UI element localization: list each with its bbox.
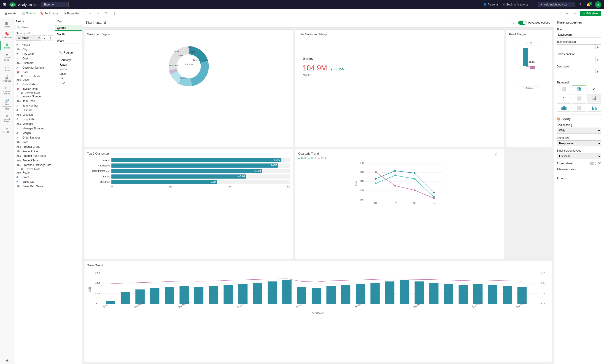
- thumb-pie[interactable]: [572, 85, 586, 93]
- derived-fields[interactable]: ▦Derived fields: [15, 167, 53, 170]
- user-avatar[interactable]: TL: [595, 1, 601, 8]
- field-item[interactable]: #Cost: [15, 56, 53, 61]
- sheets-btn[interactable]: ⬜ Sheets: [20, 11, 36, 16]
- field-item[interactable]: #Latitude: [15, 108, 53, 112]
- field-item[interactable]: AbcManager: [15, 122, 53, 126]
- expand-btn[interactable]: ⤢: [494, 153, 497, 156]
- field-item[interactable]: #Customer Number: [15, 65, 53, 70]
- filter-month[interactable]: Month: [55, 32, 82, 37]
- field-item[interactable]: AbcRegion: [15, 170, 53, 175]
- delete-btn[interactable]: 🗑: [112, 11, 118, 16]
- table-select[interactable]: All tables: [15, 35, 41, 41]
- show-condition-field[interactable]: [557, 57, 595, 62]
- field-item[interactable]: 📅Invoice Date: [15, 87, 53, 91]
- region-spain[interactable]: Spain: [59, 72, 78, 76]
- sheet-size-select[interactable]: Responsive: [557, 140, 601, 146]
- field-item[interactable]: #%KEY: [15, 43, 53, 47]
- region-usa[interactable]: USA: [59, 81, 78, 85]
- derived-fields[interactable]: ▦Derived fields: [15, 91, 53, 94]
- field-item[interactable]: #Margin: [15, 131, 53, 135]
- more-btn[interactable]: ···: [532, 3, 534, 6]
- thumb-selected-img[interactable]: 🖼: [587, 94, 601, 102]
- app-menu-icon[interactable]: ⊞: [3, 2, 6, 7]
- small-screen-select[interactable]: List view: [557, 153, 601, 159]
- reload-btn[interactable]: ↻: [42, 36, 47, 40]
- copy-btn[interactable]: ⧉: [95, 11, 101, 16]
- field-item[interactable]: #Invoice Number: [15, 94, 53, 99]
- title-expression-field[interactable]: [557, 45, 595, 50]
- nav-collapse[interactable]: ◀: [0, 357, 13, 364]
- field-item[interactable]: #Longitude: [15, 117, 53, 122]
- region-japan[interactable]: Japan: [59, 62, 78, 67]
- field-item[interactable]: AbcCustomer: [15, 61, 53, 65]
- assets-btn[interactable]: ▦ Assets: [3, 11, 18, 16]
- show-condition-input[interactable]: ƒx: [557, 57, 601, 62]
- personal-btn[interactable]: 👤 Personal: [483, 3, 498, 6]
- field-item[interactable]: AbcSales Rep Name: [15, 184, 53, 189]
- title-expression-input[interactable]: ƒx: [557, 44, 601, 50]
- field-item[interactable]: AbcProduct Type: [15, 158, 53, 163]
- nav-bookmarks[interactable]: 🔖 Bookmarks: [0, 30, 13, 40]
- edit-sheet-btn[interactable]: ✏ Edit sheet: [580, 11, 601, 16]
- nav-sheets[interactable]: ▦ Sheets: [0, 20, 13, 30]
- filter-year[interactable]: Year: [55, 19, 82, 24]
- field-item[interactable]: #Sales Qty: [15, 180, 53, 184]
- help-btn[interactable]: ?: [578, 2, 582, 7]
- paste-btn[interactable]: 📋: [102, 11, 110, 16]
- thumb-bar-chart[interactable]: [557, 103, 571, 112]
- search-input[interactable]: [22, 26, 55, 29]
- field-item[interactable]: AbcPromised Delivery Date: [15, 163, 53, 167]
- styling-expand-btn[interactable]: ›: [600, 118, 601, 121]
- properties-btn[interactable]: ⚙ Properties: [62, 11, 81, 16]
- field-item[interactable]: 📅Date: [15, 70, 53, 74]
- description-input[interactable]: ƒx: [557, 69, 601, 78]
- field-item[interactable]: #Order Number: [15, 135, 53, 140]
- field-item[interactable]: AbcPath: [15, 140, 53, 145]
- field-item[interactable]: #Manager Number: [15, 126, 53, 131]
- bookmarks-btn[interactable]: 🔖 Bookmarks: [38, 11, 60, 16]
- nav-analyses[interactable]: 🔬 Analyses: [0, 74, 13, 84]
- thumb-blank2[interactable]: ⬜: [572, 94, 586, 102]
- description-field[interactable]: [557, 69, 595, 78]
- field-item[interactable]: AbcLocation: [15, 112, 53, 117]
- thumb-blank[interactable]: ⬜: [557, 85, 571, 93]
- field-item[interactable]: AbcItem Desc: [15, 99, 53, 103]
- undo-btn[interactable]: ↩: [565, 11, 570, 16]
- prev-sheet-btn[interactable]: ‹: [507, 20, 510, 25]
- cut-btn[interactable]: ✂: [87, 11, 93, 16]
- search-box[interactable]: 🔍: [15, 25, 53, 30]
- nav-master-items[interactable]: ★ Master items: [0, 51, 13, 63]
- grid-spacing-select[interactable]: Wide: [557, 128, 601, 133]
- field-item[interactable]: #GrossSales: [15, 82, 53, 87]
- field-item[interactable]: AbcProduct Group: [15, 145, 53, 149]
- region-germany[interactable]: Germany: [59, 58, 78, 62]
- thumb-refresh[interactable]: ↻: [557, 94, 571, 102]
- filter-week[interactable]: Week: [55, 38, 82, 43]
- advanced-options-toggle[interactable]: Advanced options: [518, 21, 550, 25]
- title-input[interactable]: [557, 32, 601, 37]
- nav-fields[interactable]: ⊞ Fields: [0, 41, 13, 51]
- filter-quarter[interactable]: Quarter: [55, 25, 82, 31]
- advanced-toggle[interactable]: [518, 21, 527, 25]
- title-fx-btn[interactable]: ƒx: [595, 45, 601, 49]
- field-item[interactable]: #City Code: [15, 52, 53, 56]
- thumb-blank3[interactable]: ⬜: [572, 103, 586, 112]
- thumb-group-bar[interactable]: [587, 103, 601, 112]
- region-nordic[interactable]: Nordic: [59, 67, 78, 72]
- field-item[interactable]: #Sales: [15, 175, 53, 180]
- tutorial-btn[interactable]: 🎓 Beginner's tutorial: [502, 3, 528, 6]
- derived-fields[interactable]: ▦Derived fields: [15, 74, 53, 77]
- nav-app-links[interactable]: 🔗 App navigation links: [0, 97, 13, 112]
- nav-variables[interactable]: ≡ Variables: [0, 125, 13, 135]
- add-field-btn[interactable]: +: [48, 36, 53, 40]
- field-item[interactable]: AbcProduct Sub Group: [15, 154, 53, 158]
- show-condition-fx-btn[interactable]: ƒx: [595, 57, 601, 61]
- field-item[interactable]: AbcDesc: [15, 77, 53, 82]
- field-item[interactable]: AbcCity: [15, 47, 53, 52]
- nav-charts[interactable]: 📊 Charts: [0, 63, 13, 73]
- thumb-number[interactable]: #1: [587, 85, 601, 93]
- description-fx-btn[interactable]: ƒx: [595, 69, 601, 73]
- field-item[interactable]: #Item Number: [15, 103, 53, 108]
- more-options-btn[interactable]: ···: [499, 153, 501, 156]
- extend-toggle[interactable]: [590, 162, 596, 165]
